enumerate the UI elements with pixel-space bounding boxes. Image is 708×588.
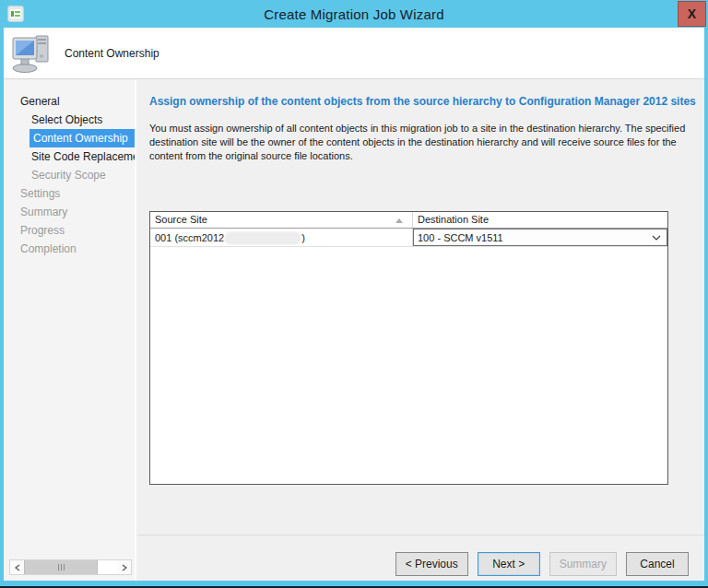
nav-item-summary: Summary: [4, 203, 135, 221]
table-header: Source Site Destination Site: [150, 212, 667, 229]
titlebar[interactable]: Create Migration Job Wizard X: [0, 0, 708, 28]
table-row: 001 (sccm2012) 100 - SCCM v1511: [150, 229, 667, 247]
summary-button: Summary: [549, 552, 617, 576]
source-site-cell[interactable]: 001 (sccm2012): [150, 229, 413, 246]
page-heading: Assign ownership of the content objects …: [149, 95, 704, 108]
window-body: Content Ownership General Select Objects…: [4, 28, 704, 581]
nav-item-settings: Settings: [4, 184, 135, 203]
page-title: Content Ownership: [65, 47, 159, 60]
nav-horizontal-scrollbar[interactable]: [9, 559, 132, 575]
destination-site-dropdown[interactable]: 100 - SCCM v1511: [413, 229, 667, 246]
wizard-footer: < Previous Next > Summary Cancel: [138, 535, 704, 581]
page-description: You must assign ownership of all content…: [149, 122, 691, 163]
content-ownership-table: Source Site Destination Site 001 (sccm20…: [149, 211, 668, 485]
wizard-window-icon: [7, 6, 24, 22]
wizard-nav: General Select Objects Content Ownership…: [4, 80, 136, 581]
nav-item-general[interactable]: General: [4, 92, 135, 111]
nav-item-progress: Progress: [4, 221, 135, 240]
nav-item-security-scope: Security Scope: [4, 166, 135, 184]
window-title: Create Migration Job Wizard: [264, 6, 443, 22]
close-button[interactable]: X: [678, 1, 706, 27]
computer-icon: [11, 32, 53, 74]
sort-ascending-icon: [395, 218, 403, 223]
column-header-destination-site[interactable]: Destination Site: [413, 212, 667, 228]
nav-item-site-code-replacement[interactable]: Site Code Replacement: [4, 147, 135, 166]
scroll-right-icon[interactable]: [117, 560, 131, 574]
scroll-left-icon[interactable]: [10, 560, 24, 574]
nav-item-content-ownership[interactable]: Content Ownership: [30, 129, 135, 147]
previous-button[interactable]: < Previous: [395, 552, 468, 576]
next-button[interactable]: Next >: [478, 552, 540, 576]
wizard-window: Create Migration Job Wizard X Content Ow…: [0, 0, 708, 588]
destination-site-cell: 100 - SCCM v1511: [413, 229, 667, 246]
nav-item-select-objects[interactable]: Select Objects: [4, 111, 135, 129]
page-content: Assign ownership of the content objects …: [138, 80, 704, 581]
nav-item-completion: Completion: [4, 240, 135, 258]
wizard-header: Content Ownership: [4, 28, 704, 79]
column-header-source-site[interactable]: Source Site: [150, 212, 413, 228]
chevron-down-icon: [646, 235, 667, 241]
redacted-text: [226, 233, 300, 243]
cancel-button[interactable]: Cancel: [626, 552, 689, 576]
scrollbar-track[interactable]: [98, 560, 117, 574]
scrollbar-thumb[interactable]: [24, 560, 98, 574]
